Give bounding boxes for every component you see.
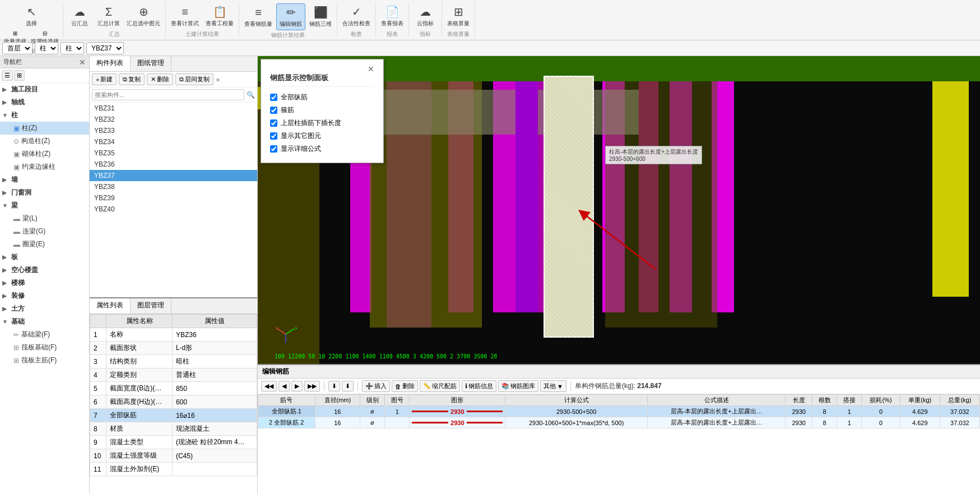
upper-insert-input[interactable] bbox=[270, 119, 277, 127]
component-ybz32[interactable]: YBZ32 bbox=[90, 114, 257, 125]
props-cell-value[interactable]: 600 bbox=[172, 395, 257, 409]
floor-copy-btn[interactable]: ⧉ 层间复制 bbox=[175, 73, 213, 85]
delete-row-btn[interactable]: 🗑 删除 bbox=[392, 380, 418, 392]
nav-prev-btn[interactable]: ◀ bbox=[278, 381, 290, 391]
rebar-info-btn[interactable]: ℹ 钢筋信息 bbox=[462, 380, 496, 392]
props-cell-value[interactable]: 暗柱 bbox=[172, 355, 257, 368]
nav-item-found-f[interactable]: ✏ 基础梁(F) bbox=[0, 328, 89, 341]
all-vertical-input[interactable] bbox=[270, 94, 277, 101]
nav-item-beam-l[interactable]: ▬ 梁(L) bbox=[0, 212, 89, 225]
nav-item-col-gz[interactable]: ⊙ 构造柱(Z) bbox=[0, 135, 89, 148]
component-ybz40[interactable]: YBZ40 bbox=[90, 204, 257, 215]
nav-item-stage[interactable]: ▶ 施工段目 bbox=[0, 83, 89, 96]
tab-component-list[interactable]: 构件列表 bbox=[90, 56, 131, 71]
nav-first-btn[interactable]: ◀◀ bbox=[261, 381, 277, 391]
nav-next-btn[interactable]: ▶ bbox=[291, 381, 303, 391]
more-icon[interactable]: » bbox=[216, 76, 220, 84]
nav-item-foundation[interactable]: ▼ 基础 bbox=[0, 315, 89, 328]
props-cell-value[interactable]: L-d形 bbox=[172, 342, 257, 355]
tab-layer-mgmt[interactable]: 图层管理 bbox=[131, 298, 171, 314]
checkbox-all-vertical[interactable]: 全部纵筋 bbox=[270, 93, 374, 102]
nav-item-stair[interactable]: ▶ 楼梯 bbox=[0, 277, 89, 289]
delete-component-btn[interactable]: ✕ 删除 bbox=[147, 73, 173, 85]
nav-item-col-z[interactable]: ▣ 柱(Z) bbox=[0, 122, 89, 135]
other-btn[interactable]: 其他 ▼ bbox=[540, 380, 566, 392]
view-report-button[interactable]: 📄 查看报表 bbox=[378, 3, 406, 29]
props-cell-value[interactable]: 16⌀16 bbox=[172, 409, 257, 422]
nav-item-axis[interactable]: ▶ 轴线 bbox=[0, 96, 89, 109]
rebar-3d-button[interactable]: ⬛ 钢筋三维 bbox=[306, 4, 335, 30]
floor-select[interactable]: 首层二层三层屋顶 bbox=[2, 42, 32, 54]
rebar-table-row[interactable]: 2 全部纵筋.2 16 ⌀ 2930 2930-1060+500+1*max(3… bbox=[258, 417, 980, 429]
props-cell-value[interactable]: (C45) bbox=[172, 449, 257, 463]
download-btn-1[interactable]: ⬇ bbox=[328, 381, 340, 391]
rebar-table-row[interactable]: 全部纵筋.1 16 ⌀ 1 2930 2930-500+500 层高-本层的露出… bbox=[258, 406, 980, 417]
nav-item-found-fa[interactable]: ⊞ 筏板基础(F) bbox=[0, 341, 89, 354]
copy-component-btn[interactable]: ⧉ 复制 bbox=[119, 73, 145, 85]
nav-item-deco[interactable]: ▶ 装修 bbox=[0, 289, 89, 302]
nav-item-beam[interactable]: ▼ 梁 bbox=[0, 199, 89, 212]
rebar-panel-close-btn[interactable]: ✕ bbox=[368, 65, 374, 73]
download-btn-2[interactable]: ⬇ bbox=[342, 381, 354, 391]
view-formula-button[interactable]: ≡ 查看计算式 bbox=[168, 4, 202, 29]
component-ybz35[interactable]: YBZ35 bbox=[90, 148, 257, 159]
component-ybz33[interactable]: YBZ33 bbox=[90, 125, 257, 136]
nav-item-found-jj[interactable]: ⊞ 筏板主筋(F) bbox=[0, 354, 89, 367]
checkbox-show-other[interactable]: 显示其它图元 bbox=[270, 131, 374, 141]
nav-list-view-btn[interactable]: ☰ bbox=[2, 70, 13, 81]
cloud-summary-button[interactable]: ☁ 云汇总 bbox=[66, 3, 94, 29]
component-select[interactable]: YBZ37 bbox=[86, 42, 124, 54]
edit-rebar-button[interactable]: ✏ 编辑钢筋 bbox=[276, 3, 305, 30]
rebar-library-btn[interactable]: 📚 钢筋图库 bbox=[498, 380, 538, 392]
checkbox-upper-insert[interactable]: 上层柱插筋下插长度 bbox=[270, 118, 374, 128]
search-input[interactable] bbox=[92, 89, 244, 100]
component-ybz34[interactable]: YBZ34 bbox=[90, 136, 257, 148]
table-calc-button[interactable]: ⊞ 表格算量 bbox=[444, 3, 472, 29]
nav-item-column[interactable]: ▼ 柱 bbox=[0, 109, 89, 122]
component-ybz39[interactable]: YBZ39 bbox=[90, 192, 257, 204]
component-ybz36[interactable]: YBZ36 bbox=[90, 159, 257, 170]
nav-item-col-yb[interactable]: ▣ 约束边缘柱 bbox=[0, 160, 89, 173]
component-ybz31[interactable]: YBZ31 bbox=[90, 103, 257, 114]
checkbox-show-formula[interactable]: 显示详细公式 bbox=[270, 144, 374, 154]
view-project-button[interactable]: 📋 查看工程量 bbox=[203, 3, 236, 29]
show-formula-input[interactable] bbox=[270, 145, 277, 153]
view-rebar-qty-button[interactable]: ≡ 查看钢筋量 bbox=[241, 4, 275, 30]
nav-item-door[interactable]: ▶ 门窗洞 bbox=[0, 186, 89, 199]
nav-item-col-mz[interactable]: ▣ 砌体柱(Z) bbox=[0, 148, 89, 160]
legality-check-button[interactable]: ✓ 合法性检查 bbox=[340, 3, 373, 29]
scale-rebar-btn[interactable]: 📏 缩尺配筋 bbox=[420, 380, 460, 392]
viewport[interactable]: ✕ 钢筋显示控制面板 全部纵筋 箍筋 上层柱插筋下插长度 bbox=[258, 56, 980, 364]
component-ybz38[interactable]: YBZ38 bbox=[90, 181, 257, 192]
nav-grid-view-btn[interactable]: ⊞ bbox=[14, 70, 25, 81]
props-cell-value[interactable]: YBZ36 bbox=[172, 328, 257, 342]
component-ybz37[interactable]: YBZ37 bbox=[90, 170, 257, 181]
nav-item-beam-e[interactable]: ▬ 圈梁(E) bbox=[0, 238, 89, 251]
nav-close-btn[interactable]: ✕ bbox=[79, 58, 86, 66]
nav-last-btn[interactable]: ▶▶ bbox=[304, 381, 320, 391]
nav-item-hollow[interactable]: ▶ 空心楼盖 bbox=[0, 264, 89, 277]
sub-type-select[interactable]: 柱 bbox=[61, 42, 84, 54]
show-other-input[interactable] bbox=[270, 132, 277, 140]
nav-item-wall[interactable]: ▶ 墙 bbox=[0, 173, 89, 186]
select-button[interactable]: ↖ 选择 bbox=[17, 3, 45, 29]
hoop-input[interactable] bbox=[270, 107, 277, 114]
props-cell-value[interactable]: 现浇混凝土 bbox=[172, 422, 257, 436]
select-calc-button[interactable]: ⊕ 汇总选中图元 bbox=[124, 3, 163, 29]
props-cell-value[interactable]: 850 bbox=[172, 382, 257, 395]
props-cell-value[interactable]: (现浇砼 粒径20mm 4… bbox=[172, 436, 257, 449]
tab-drawing-mgmt[interactable]: 图纸管理 bbox=[131, 56, 171, 71]
nav-item-slab[interactable]: ▶ 板 bbox=[0, 251, 89, 264]
props-cell-value[interactable] bbox=[172, 463, 257, 476]
checkbox-hoop[interactable]: 箍筋 bbox=[270, 105, 374, 115]
nav-item-beam-g[interactable]: ▬ 连梁(G) bbox=[0, 225, 89, 238]
props-cell-value[interactable]: 普通柱 bbox=[172, 368, 257, 382]
new-component-btn[interactable]: + 新建 bbox=[92, 73, 117, 85]
cloud-index-button[interactable]: ☁ 云指标 bbox=[411, 3, 439, 29]
insert-btn[interactable]: ➕ 插入 bbox=[362, 380, 390, 392]
nav-item-soil[interactable]: ▶ 土方 bbox=[0, 302, 89, 315]
type-select[interactable]: 柱墙梁板 bbox=[35, 42, 58, 54]
tab-props-list[interactable]: 属性列表 bbox=[90, 298, 131, 314]
search-icon[interactable]: 🔍 bbox=[247, 91, 255, 99]
total-calc-button[interactable]: Σ 汇总计算 bbox=[95, 4, 123, 29]
